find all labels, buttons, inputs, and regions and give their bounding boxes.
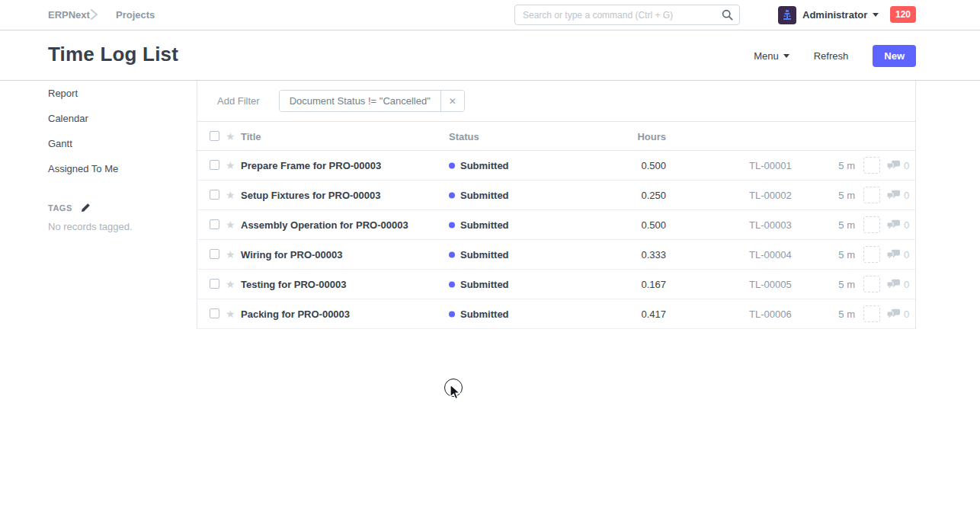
breadcrumb-projects[interactable]: Projects [116,0,155,30]
modified-ago: 5 m [799,160,855,171]
row-title-link[interactable]: Assembly Operation for PRO-00003 [241,219,408,231]
sidebar-item-assigned-to-me[interactable]: Assigned To Me [48,156,185,181]
table-row[interactable]: ★ Packing for PRO-00003 Submitted 0.417 … [197,299,915,329]
assign-placeholder[interactable] [863,246,880,263]
comment-count[interactable]: 0 [887,279,909,290]
status-badge: Submitted [449,308,509,320]
star-icon[interactable]: ★ [226,308,235,319]
comment-count-label: 0 [904,279,909,290]
comments-icon [887,280,900,289]
table-row[interactable]: ★ Setup Fixtures for PRO-00003 Submitted… [197,181,915,210]
row-title-link[interactable]: Packing for PRO-00003 [241,308,350,320]
star-icon[interactable]: ★ [226,130,235,141]
table-row[interactable]: ★ Prepare Frame for PRO-00003 Submitted … [197,151,915,181]
comment-count-label: 0 [904,160,909,171]
hours-value: 0.417 [594,308,666,320]
notification-badge[interactable]: 120 [890,6,916,23]
status-dot-icon [449,311,455,317]
assign-placeholder[interactable] [863,305,880,322]
comment-count[interactable]: 0 [887,190,909,201]
list-header-row: ★ Title Status Hours [197,122,915,151]
status-badge: Submitted [449,190,509,201]
doc-id-link[interactable]: TL-00004 [749,249,792,260]
hours-value: 0.500 [594,219,666,231]
comment-count-label: 0 [904,219,909,231]
doc-id-link[interactable]: TL-00002 [749,190,792,201]
table-row[interactable]: ★ Wiring for PRO-00003 Submitted 0.333 T… [197,240,915,270]
assign-placeholder[interactable] [863,276,880,292]
star-icon[interactable]: ★ [226,190,235,200]
comment-count[interactable]: 0 [887,219,909,231]
add-filter-button[interactable]: Add Filter [217,95,260,107]
column-header-status[interactable]: Status [449,130,479,142]
star-icon[interactable]: ★ [226,279,235,289]
column-header-title[interactable]: Title [241,130,261,142]
tags-section-header: TAGS [48,203,185,213]
modified-ago: 5 m [799,249,855,260]
table-row[interactable]: ★ Testing for PRO-00003 Submitted 0.167 … [197,270,915,299]
row-title-link[interactable]: Prepare Frame for PRO-00003 [241,160,381,171]
page-header: Time Log List Menu Refresh New [0,30,980,81]
comment-count[interactable]: 0 [887,249,909,260]
row-title-link[interactable]: Setup Fixtures for PRO-00003 [241,190,381,201]
global-search[interactable] [514,5,740,25]
user-avatar[interactable] [778,6,796,24]
app-brand-link[interactable]: ERPNext [48,0,90,30]
assign-placeholder[interactable] [863,157,880,174]
edit-tags-pencil-icon[interactable] [80,203,91,213]
column-header-hours[interactable]: Hours [594,130,666,142]
hours-value: 0.500 [594,160,666,171]
doc-id-link[interactable]: TL-00006 [749,308,792,320]
user-menu[interactable]: Administrator [802,0,879,30]
search-input[interactable] [523,10,722,21]
row-title-link[interactable]: Testing for PRO-00003 [241,279,346,290]
status-label: Submitted [460,249,509,260]
status-badge: Submitted [449,160,509,171]
hours-value: 0.167 [594,279,666,290]
sidebar-item-gantt[interactable]: Gantt [48,131,185,156]
page-title: Time Log List [48,43,178,66]
status-badge: Submitted [449,279,509,290]
breadcrumb-chevron-icon [90,9,98,23]
status-dot-icon [449,251,455,257]
filter-chip-label[interactable]: Document Status != "Cancelled" [280,91,440,111]
tags-empty-text: No records tagged. [48,221,185,232]
sidebar-item-report[interactable]: Report [48,81,185,106]
status-dot-icon [449,281,455,287]
table-row[interactable]: ★ Assembly Operation for PRO-00003 Submi… [197,210,915,240]
status-label: Submitted [460,279,509,290]
hours-value: 0.250 [594,190,666,201]
row-checkbox[interactable] [210,160,219,170]
search-icon[interactable] [722,9,733,21]
star-icon[interactable]: ★ [226,219,235,230]
page-actions: Menu Refresh New [754,30,916,81]
menu-button-label: Menu [754,50,779,62]
star-icon[interactable]: ★ [226,249,235,260]
row-checkbox[interactable] [210,249,219,259]
status-badge: Submitted [449,219,509,231]
doc-id-link[interactable]: TL-00005 [749,279,792,290]
menu-button[interactable]: Menu [754,50,789,62]
robot-avatar-icon [781,9,793,21]
sidebar-item-calendar[interactable]: Calendar [48,106,185,131]
row-checkbox[interactable] [210,308,219,318]
status-label: Submitted [460,219,509,231]
assign-placeholder[interactable] [863,216,880,233]
row-title-link[interactable]: Wiring for PRO-00003 [241,249,343,260]
chevron-down-icon [873,13,879,17]
row-checkbox[interactable] [210,219,219,229]
row-checkbox[interactable] [210,279,219,289]
new-button[interactable]: New [873,45,916,67]
assign-placeholder[interactable] [863,187,880,203]
select-all-checkbox[interactable] [210,131,219,141]
doc-id-link[interactable]: TL-00003 [749,219,792,231]
doc-id-link[interactable]: TL-00001 [749,160,792,171]
comment-count[interactable]: 0 [887,308,909,320]
modified-ago: 5 m [799,308,855,320]
row-checkbox[interactable] [210,190,219,200]
refresh-button[interactable]: Refresh [814,50,849,62]
remove-filter-icon[interactable]: ✕ [440,91,464,111]
comment-count[interactable]: 0 [887,160,909,171]
star-icon[interactable]: ★ [226,160,235,171]
status-badge: Submitted [449,249,509,260]
